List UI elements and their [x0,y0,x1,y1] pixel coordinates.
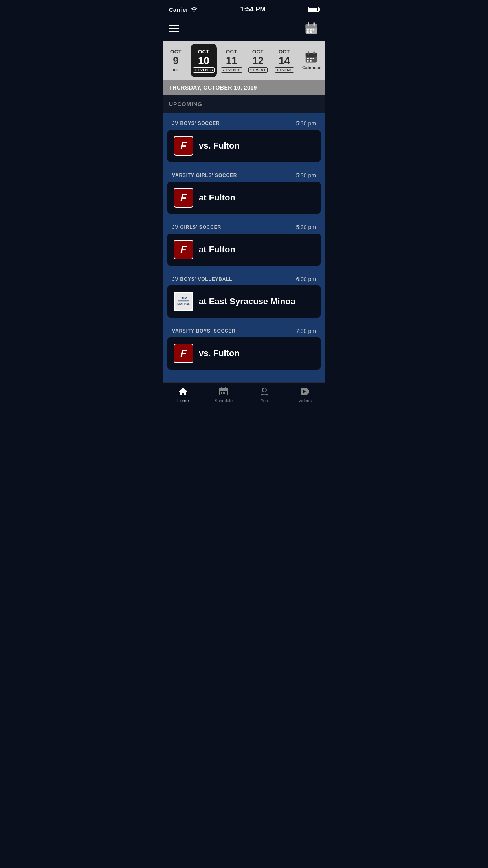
status-right [308,7,319,12]
nav-label-video: Videos [299,398,312,403]
svg-rect-20 [178,300,189,301]
svg-rect-15 [313,58,314,59]
date-events: 0-0 [171,67,181,73]
app-header [163,17,325,41]
svg-text:SPARTANS: SPARTANS [177,303,189,305]
event-body[interactable]: F vs. Fulton [167,130,321,162]
event-sport: VARSITY GIRLS' SOCCER [172,173,237,178]
svg-rect-25 [225,387,226,390]
date-day: 11 [226,55,237,66]
team-logo: F [174,136,193,156]
svg-rect-4 [307,29,309,31]
svg-rect-23 [220,388,227,391]
battery-icon [308,7,319,12]
event-time: 6:00 pm [296,276,316,282]
svg-marker-31 [308,390,309,394]
date-header: THURSDAY, OCTOBER 10, 2019 [163,80,325,95]
event-header: JV BOYS' SOCCER 5:30 pm [167,116,321,130]
date-month: OCT [252,49,264,55]
event-matchup: vs. Fulton [199,141,240,151]
status-bar: Carrier 1:54 PM [163,0,325,17]
nav-item-video[interactable]: Videos [291,386,319,403]
status-left: Carrier [169,6,198,13]
svg-rect-16 [307,60,309,62]
event-body[interactable]: F vs. Fulton [167,337,321,370]
bottom-nav: Home Schedule You Videos [163,382,325,411]
team-logo: F [174,344,193,363]
date-month: OCT [198,49,209,55]
svg-rect-24 [221,387,222,390]
event-card-1[interactable]: VARSITY GIRLS' SOCCER 5:30 pm F at Fulto… [167,168,321,214]
svg-rect-26 [221,392,222,394]
date-events: 1 EVENT [248,67,268,73]
event-card-2[interactable]: JV GIRLS' SOCCER 5:30 pm F at Fulton [167,220,321,266]
home-icon [178,386,188,397]
date-item-11[interactable]: OCT 11 7 EVENTS [218,41,245,80]
date-item-10[interactable]: OCT 10 6 EVENTS [191,44,217,77]
event-body[interactable]: F at Fulton [167,234,321,266]
date-selector: OCT 9 0-0 OCT 10 6 EVENTS OCT 11 7 EVENT… [163,41,325,80]
svg-rect-13 [307,58,309,59]
svg-point-29 [262,388,266,392]
date-month: OCT [226,49,237,55]
date-events: 1 EVENT [275,67,294,73]
event-time: 5:30 pm [296,224,316,230]
event-matchup: at East Syracuse Minoa [199,296,295,307]
svg-rect-17 [310,60,312,62]
event-body[interactable]: ESM SPARTANS at East Syracuse Minoa [167,285,321,318]
svg-rect-2 [308,22,309,26]
event-matchup: at Fulton [199,193,235,203]
status-time: 1:54 PM [240,6,265,13]
event-header: VARSITY GIRLS' SOCCER 5:30 pm [167,168,321,182]
nav-item-schedule[interactable]: Schedule [210,386,237,403]
date-item-12[interactable]: OCT 12 1 EVENT [245,41,271,80]
event-card-4[interactable]: VARSITY BOYS' SOCCER 7:30 pm F vs. Fulto… [167,324,321,370]
event-sport: JV BOYS' VOLLEYBALL [172,276,232,282]
video-icon [300,386,310,397]
events-container: JV BOYS' SOCCER 5:30 pm F vs. Fulton VAR… [163,113,325,382]
calendar-tab[interactable]: Calendar [297,41,325,80]
nav-item-home[interactable]: Home [169,386,197,403]
date-day: 12 [252,55,264,66]
svg-rect-14 [310,58,312,59]
svg-rect-27 [223,392,225,394]
nav-label-schedule: Schedule [215,398,233,403]
event-card-3[interactable]: JV BOYS' VOLLEYBALL 6:00 pm ESM SPARTANS… [167,272,321,318]
date-month: OCT [170,49,182,55]
wifi-icon [191,7,198,12]
svg-rect-5 [310,29,312,31]
upcoming-label: UPCOMING [169,101,202,107]
date-day: 9 [173,55,178,66]
team-logo: ESM SPARTANS [174,292,193,311]
event-matchup: at Fulton [199,245,235,255]
svg-rect-8 [310,31,312,33]
date-item-14[interactable]: OCT 14 1 EVENT [271,41,297,80]
svg-rect-12 [314,51,315,55]
date-item-9[interactable]: OCT 9 0-0 [163,41,189,80]
nav-label-person: You [261,398,268,403]
event-header: JV BOYS' VOLLEYBALL 6:00 pm [167,272,321,285]
team-logo: F [174,188,193,208]
team-logo: F [174,240,193,259]
event-sport: JV BOYS' SOCCER [172,121,220,126]
event-time: 7:30 pm [296,328,316,334]
svg-rect-10 [306,53,317,57]
svg-text:ESM: ESM [180,296,187,300]
date-header-text: THURSDAY, OCTOBER 10, 2019 [169,85,257,91]
event-body[interactable]: F at Fulton [167,182,321,214]
svg-rect-6 [313,29,315,31]
hamburger-menu[interactable] [169,25,179,32]
carrier-label: Carrier [169,6,188,13]
date-day: 14 [279,55,290,66]
header-calendar-button[interactable] [303,20,319,36]
svg-rect-11 [308,51,310,55]
event-time: 5:30 pm [296,172,316,178]
person-icon [259,386,270,397]
nav-item-person[interactable]: You [251,386,278,403]
event-sport: JV GIRLS' SOCCER [172,224,221,230]
svg-rect-3 [313,22,315,26]
battery-fill [309,8,317,11]
event-card-0[interactable]: JV BOYS' SOCCER 5:30 pm F vs. Fulton [167,116,321,162]
event-header: VARSITY BOYS' SOCCER 7:30 pm [167,324,321,337]
event-header: JV GIRLS' SOCCER 5:30 pm [167,220,321,234]
